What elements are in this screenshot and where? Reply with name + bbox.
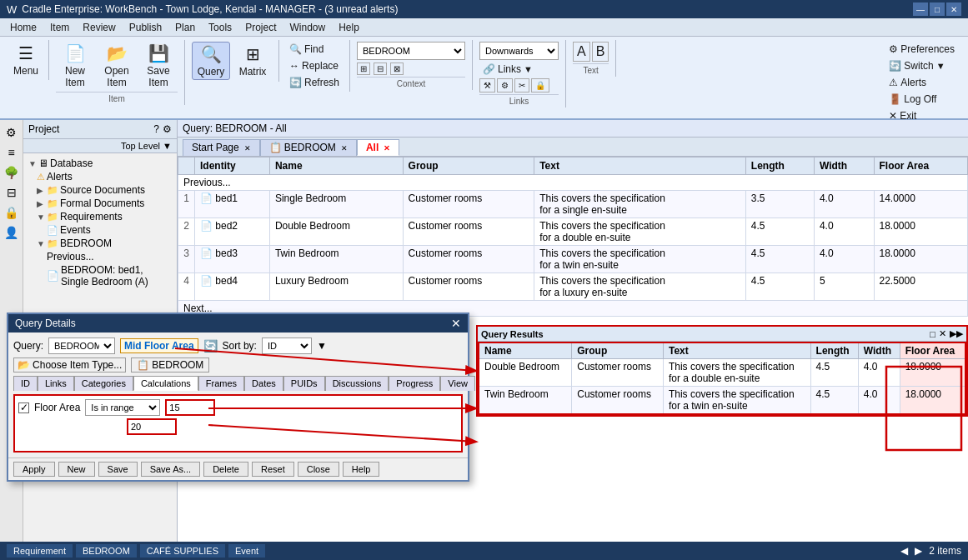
query-select[interactable]: BEDROOM [48,338,115,354]
sort-by-select[interactable]: ID [262,338,312,354]
tree-alerts[interactable]: ⚠ Alerts [27,170,173,183]
context-bedroom-select[interactable]: BEDROOM [357,42,465,60]
minimize-button[interactable]: — [913,2,928,16]
logoff-button[interactable]: 🚪 Log Off [885,92,940,107]
col-name[interactable]: Name [269,158,403,175]
floor-area-checkbox[interactable] [18,402,29,413]
status-tab-event[interactable]: Event [228,544,265,558]
switch-button[interactable]: 🔄 Switch ▼ [885,58,948,73]
direction-select[interactable]: Downwards [479,42,559,60]
tree-bedroom[interactable]: ▼ 📁 BEDROOM [27,237,173,250]
dtab-calculations[interactable]: Calculations [133,376,198,391]
tree-bed1[interactable]: 📄 BEDROOM: bed1, Single Bedroom (A) [27,263,173,288]
tree-source-docs[interactable]: ▶ 📁 Source Documents [27,183,173,197]
menu-item[interactable]: Item [43,20,76,35]
results-row-1[interactable]: Double Bedroom Customer rooms This cover… [479,359,965,387]
tab-bedroom[interactable]: 📋 BEDROOM ✕ [260,139,357,156]
save-button[interactable]: Save [98,462,138,477]
dialog-close-button[interactable]: ✕ [451,317,461,330]
col-floor-area[interactable]: Floor Area [874,158,968,175]
tree-icon[interactable]: 🌳 [3,163,21,182]
text-btn1[interactable]: A [573,42,590,62]
dtab-progress[interactable]: Progress [389,376,440,391]
results-row-2[interactable]: Twin Bedroom Customer rooms This covers … [479,387,965,415]
range-value2-input[interactable] [127,418,177,435]
new-button[interactable]: New [58,462,95,477]
menu-publish[interactable]: Publish [123,20,168,35]
close-window-button[interactable]: ✕ [946,2,961,16]
dtab-links[interactable]: Links [38,376,74,391]
top-level-button[interactable]: Top Level ▼ [121,141,172,151]
results-col-length[interactable]: Length [810,342,858,359]
status-tab-requirement[interactable]: Requirement [7,544,73,558]
menu-button[interactable]: ☰ Menu [10,42,42,78]
results-col-width[interactable]: Width [858,342,900,359]
link-tool4[interactable]: 🔒 [531,78,549,92]
link-tool3[interactable]: ✂ [514,78,529,92]
user-icon[interactable]: 👤 [3,223,21,242]
apply-button[interactable]: Apply [13,462,55,477]
dtab-puids[interactable]: PUIDs [283,376,325,391]
sidebar-help-icon[interactable]: ? [153,123,159,135]
list-icon[interactable]: ≡ [3,143,21,162]
results-expand-button[interactable]: ▶▶ [950,328,963,339]
table-row[interactable]: 1 📄 bed1 Single Bedroom Customer rooms T… [178,191,968,218]
col-group[interactable]: Group [403,158,534,175]
maximize-button[interactable]: □ [930,2,945,16]
tab-all-close[interactable]: ✕ [384,144,390,152]
preferences-button[interactable]: ⚙ Preferences [885,42,958,57]
context-btn3[interactable]: ⊠ [390,62,404,75]
previous-row[interactable]: Previous... [178,175,968,191]
dtab-id[interactable]: ID [13,376,38,391]
col-width[interactable]: Width [814,158,874,175]
menu-tools[interactable]: Tools [202,20,238,35]
nav-prev-icon[interactable]: ◀ [900,545,908,557]
save-item-button[interactable]: 💾 SaveItem [139,42,178,90]
new-item-button[interactable]: 📄 NewItem [56,42,94,90]
tree-events[interactable]: 📄 Events [27,223,173,237]
replace-button[interactable]: ↔ Replace [286,58,343,73]
choose-item-type-button[interactable]: 📂 Choose Item Type... [13,358,126,372]
context-btn1[interactable]: ⊞ [357,62,370,75]
tree-database[interactable]: ▼ 🖥 Database [27,157,173,170]
sidebar-settings-icon[interactable]: ⚙ [163,123,172,135]
range-value1-input[interactable] [165,399,215,416]
context-btn2[interactable]: ⊟ [374,62,387,75]
menu-help[interactable]: Help [332,20,366,35]
settings-icon[interactable]: ⚙ [3,123,21,142]
save-as-button[interactable]: Save As... [141,462,201,477]
results-col-text[interactable]: Text [663,342,810,359]
dtab-dates[interactable]: Dates [244,376,283,391]
reset-button[interactable]: Reset [252,462,294,477]
help-button[interactable]: Help [343,462,380,477]
tree-formal-docs[interactable]: ▶ 📁 Formal Documents [27,197,173,210]
refresh-button[interactable]: 🔄 Refresh [286,75,343,90]
delete-button[interactable]: Delete [203,462,248,477]
results-col-name[interactable]: Name [479,342,572,359]
table-row[interactable]: 3 📄 bed3 Twin Bedroom Customer rooms Thi… [178,246,968,273]
menu-home[interactable]: Home [3,20,43,35]
nav-next-icon[interactable]: ▶ [915,545,922,557]
item-type-bedroom-button[interactable]: 📋 BEDROOM [131,358,209,372]
table-row[interactable]: 2 📄 bed2 Double Bedroom Customer rooms T… [178,218,968,246]
tab-start-page[interactable]: Start Page ✕ [183,139,260,156]
dtab-view[interactable]: View [440,376,475,391]
results-restore-button[interactable]: □ [930,328,935,339]
condition-select[interactable]: Is in range [85,399,160,416]
dtab-discussions[interactable]: Discussions [325,376,389,391]
matrix-button[interactable]: ⊞ Matrix [233,42,272,79]
query-button[interactable]: 🔍 Query [192,42,230,80]
results-close-button[interactable]: ✕ [939,328,946,339]
alerts-button[interactable]: ⚠ Alerts [885,75,930,90]
links-button[interactable]: 🔗 Links ▼ [479,62,536,77]
dtab-categories[interactable]: Categories [74,376,133,391]
col-text[interactable]: Text [534,158,746,175]
link-tool1[interactable]: ⚒ [479,78,495,92]
sort-by-dropdown[interactable]: ▼ [317,340,327,352]
menu-project[interactable]: Project [238,20,283,35]
menu-window[interactable]: Window [283,20,332,35]
tab-all[interactable]: All ✕ [357,139,399,156]
table-row[interactable]: 4 📄 bed4 Luxury Bedroom Customer rooms T… [178,273,968,301]
query-refresh-button[interactable]: 🔄 [203,339,218,352]
results-col-group[interactable]: Group [572,342,664,359]
